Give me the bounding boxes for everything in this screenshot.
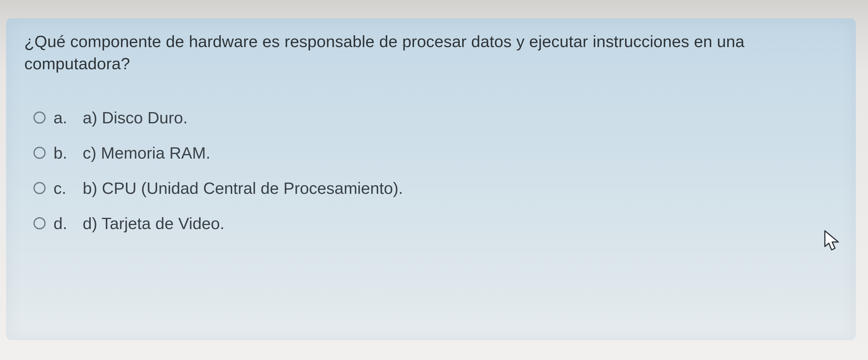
option-label-b: c) Memoria RAM. bbox=[83, 143, 841, 162]
option-letter-b: b. bbox=[54, 143, 75, 162]
options-list: a. a) Disco Duro. b. c) Memoria RAM. c. … bbox=[24, 108, 841, 233]
cursor-icon bbox=[824, 230, 842, 252]
option-label-d: d) Tarjeta de Video. bbox=[83, 214, 841, 233]
radio-b[interactable] bbox=[33, 147, 45, 159]
option-letter-d: d. bbox=[54, 214, 75, 233]
question-text: ¿Qué componente de hardware es responsab… bbox=[24, 30, 841, 75]
option-b[interactable]: b. c) Memoria RAM. bbox=[33, 143, 841, 162]
option-label-a: a) Disco Duro. bbox=[83, 108, 841, 127]
option-letter-a: a. bbox=[54, 108, 75, 127]
option-d[interactable]: d. d) Tarjeta de Video. bbox=[33, 214, 841, 233]
radio-a[interactable] bbox=[33, 111, 45, 124]
option-a[interactable]: a. a) Disco Duro. bbox=[33, 108, 841, 127]
question-card: ¿Qué componente de hardware es responsab… bbox=[6, 18, 856, 340]
radio-c[interactable] bbox=[33, 182, 45, 194]
option-c[interactable]: c. b) CPU (Unidad Central de Procesamien… bbox=[33, 178, 841, 197]
radio-d[interactable] bbox=[33, 217, 45, 229]
option-letter-c: c. bbox=[54, 178, 75, 197]
option-label-c: b) CPU (Unidad Central de Procesamiento)… bbox=[83, 178, 841, 197]
